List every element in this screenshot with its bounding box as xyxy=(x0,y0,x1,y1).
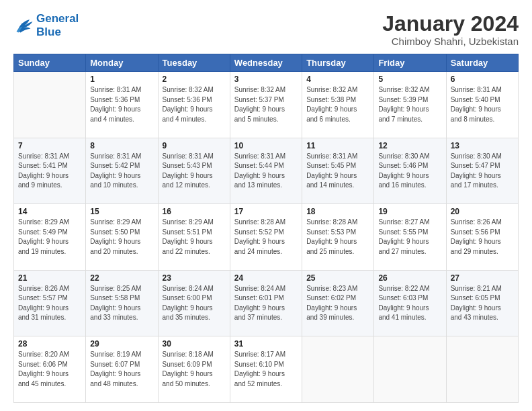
day-number: 13 xyxy=(451,141,514,150)
table-row: 21 Sunrise: 8:26 AMSunset: 5:57 PMDaylig… xyxy=(14,270,86,336)
day-number: 6 xyxy=(451,75,514,84)
day-number: 21 xyxy=(18,273,81,283)
day-number: 12 xyxy=(378,141,441,150)
day-info: Sunrise: 8:29 AMSunset: 5:49 PMDaylight:… xyxy=(18,218,81,257)
day-info: Sunrise: 8:26 AMSunset: 5:56 PMDaylight:… xyxy=(451,218,514,257)
day-number: 9 xyxy=(163,141,226,150)
day-number: 15 xyxy=(90,207,153,216)
table-row xyxy=(302,336,374,403)
day-info: Sunrise: 8:23 AMSunset: 6:02 PMDaylight:… xyxy=(306,284,369,323)
day-number: 22 xyxy=(90,273,153,283)
calendar-table: Sunday Monday Tuesday Wednesday Thursday… xyxy=(13,54,519,403)
table-row: 19 Sunrise: 8:27 AMSunset: 5:55 PMDaylig… xyxy=(374,204,446,271)
table-row xyxy=(14,72,86,138)
title-block: January 2024 Chimboy Shahri, Uzbekistan xyxy=(382,12,519,47)
day-number: 1 xyxy=(90,75,153,84)
table-row: 24 Sunrise: 8:24 AMSunset: 6:01 PMDaylig… xyxy=(230,270,302,336)
table-row: 23 Sunrise: 8:24 AMSunset: 6:00 PMDaylig… xyxy=(158,270,230,336)
col-tuesday: Tuesday xyxy=(158,54,230,72)
day-number: 23 xyxy=(163,273,226,283)
table-row: 30 Sunrise: 8:18 AMSunset: 6:09 PMDaylig… xyxy=(158,336,230,403)
day-number: 5 xyxy=(378,75,441,84)
table-row: 12 Sunrise: 8:30 AMSunset: 5:46 PMDaylig… xyxy=(374,138,446,204)
header: General Blue January 2024 Chimboy Shahri… xyxy=(13,12,519,47)
day-info: Sunrise: 8:31 AMSunset: 5:40 PMDaylight:… xyxy=(451,85,514,124)
logo-text: General Blue xyxy=(36,12,79,40)
col-saturday: Saturday xyxy=(446,54,518,72)
table-row xyxy=(374,336,446,403)
calendar-week-row: 28 Sunrise: 8:20 AMSunset: 6:06 PMDaylig… xyxy=(14,336,519,403)
table-row: 26 Sunrise: 8:22 AMSunset: 6:03 PMDaylig… xyxy=(374,270,446,336)
table-row: 18 Sunrise: 8:28 AMSunset: 5:53 PMDaylig… xyxy=(302,204,374,271)
table-row: 27 Sunrise: 8:21 AMSunset: 6:05 PMDaylig… xyxy=(446,270,518,336)
day-number: 29 xyxy=(90,339,153,349)
table-row: 29 Sunrise: 8:19 AMSunset: 6:07 PMDaylig… xyxy=(86,336,158,403)
day-number: 14 xyxy=(18,207,81,216)
day-info: Sunrise: 8:24 AMSunset: 6:00 PMDaylight:… xyxy=(163,284,226,323)
col-friday: Friday xyxy=(374,54,446,72)
table-row: 25 Sunrise: 8:23 AMSunset: 6:02 PMDaylig… xyxy=(302,270,374,336)
day-info: Sunrise: 8:29 AMSunset: 5:51 PMDaylight:… xyxy=(163,218,226,257)
day-info: Sunrise: 8:30 AMSunset: 5:46 PMDaylight:… xyxy=(378,152,441,191)
table-row: 4 Sunrise: 8:32 AMSunset: 5:38 PMDayligh… xyxy=(302,72,374,138)
table-row: 20 Sunrise: 8:26 AMSunset: 5:56 PMDaylig… xyxy=(446,204,518,271)
table-row: 31 Sunrise: 8:17 AMSunset: 6:10 PMDaylig… xyxy=(230,336,302,403)
day-info: Sunrise: 8:18 AMSunset: 6:09 PMDaylight:… xyxy=(163,350,226,389)
day-number: 26 xyxy=(378,273,441,283)
day-number: 10 xyxy=(234,141,298,150)
col-thursday: Thursday xyxy=(302,54,374,72)
day-number: 24 xyxy=(234,273,298,283)
table-row: 7 Sunrise: 8:31 AMSunset: 5:41 PMDayligh… xyxy=(14,138,86,204)
day-info: Sunrise: 8:28 AMSunset: 5:53 PMDaylight:… xyxy=(306,218,369,257)
day-info: Sunrise: 8:17 AMSunset: 6:10 PMDaylight:… xyxy=(234,350,298,389)
day-number: 7 xyxy=(18,141,81,150)
calendar-week-row: 14 Sunrise: 8:29 AMSunset: 5:49 PMDaylig… xyxy=(14,204,519,271)
day-info: Sunrise: 8:31 AMSunset: 5:36 PMDaylight:… xyxy=(90,85,153,124)
table-row: 22 Sunrise: 8:25 AMSunset: 5:58 PMDaylig… xyxy=(86,270,158,336)
day-number: 3 xyxy=(234,75,298,84)
table-row: 9 Sunrise: 8:31 AMSunset: 5:43 PMDayligh… xyxy=(158,138,230,204)
col-wednesday: Wednesday xyxy=(230,54,302,72)
page-container: General Blue January 2024 Chimboy Shahri… xyxy=(0,0,532,411)
day-info: Sunrise: 8:25 AMSunset: 5:58 PMDaylight:… xyxy=(90,284,153,323)
day-number: 4 xyxy=(306,75,369,84)
day-info: Sunrise: 8:32 AMSunset: 5:37 PMDaylight:… xyxy=(234,85,298,124)
table-row: 1 Sunrise: 8:31 AMSunset: 5:36 PMDayligh… xyxy=(86,72,158,138)
day-info: Sunrise: 8:32 AMSunset: 5:39 PMDaylight:… xyxy=(378,85,441,124)
day-number: 31 xyxy=(234,339,298,349)
logo-bird-icon xyxy=(13,16,34,35)
calendar-subtitle: Chimboy Shahri, Uzbekistan xyxy=(382,36,519,47)
day-number: 17 xyxy=(234,207,298,216)
day-info: Sunrise: 8:31 AMSunset: 5:41 PMDaylight:… xyxy=(18,152,81,191)
day-info: Sunrise: 8:31 AMSunset: 5:45 PMDaylight:… xyxy=(306,152,369,191)
day-info: Sunrise: 8:19 AMSunset: 6:07 PMDaylight:… xyxy=(90,350,153,389)
calendar-week-row: 1 Sunrise: 8:31 AMSunset: 5:36 PMDayligh… xyxy=(14,72,519,138)
day-info: Sunrise: 8:22 AMSunset: 6:03 PMDaylight:… xyxy=(378,284,441,323)
day-number: 2 xyxy=(163,75,226,84)
day-info: Sunrise: 8:32 AMSunset: 5:36 PMDaylight:… xyxy=(163,85,226,124)
day-info: Sunrise: 8:28 AMSunset: 5:52 PMDaylight:… xyxy=(234,218,298,257)
day-info: Sunrise: 8:31 AMSunset: 5:44 PMDaylight:… xyxy=(234,152,298,191)
day-info: Sunrise: 8:24 AMSunset: 6:01 PMDaylight:… xyxy=(234,284,298,323)
calendar-week-row: 7 Sunrise: 8:31 AMSunset: 5:41 PMDayligh… xyxy=(14,138,519,204)
calendar-week-row: 21 Sunrise: 8:26 AMSunset: 5:57 PMDaylig… xyxy=(14,270,519,336)
logo: General Blue xyxy=(13,12,79,40)
day-info: Sunrise: 8:27 AMSunset: 5:55 PMDaylight:… xyxy=(378,218,441,257)
day-number: 19 xyxy=(378,207,441,216)
table-row: 13 Sunrise: 8:30 AMSunset: 5:47 PMDaylig… xyxy=(446,138,518,204)
day-number: 20 xyxy=(451,207,514,216)
table-row: 2 Sunrise: 8:32 AMSunset: 5:36 PMDayligh… xyxy=(158,72,230,138)
table-row: 3 Sunrise: 8:32 AMSunset: 5:37 PMDayligh… xyxy=(230,72,302,138)
table-row: 6 Sunrise: 8:31 AMSunset: 5:40 PMDayligh… xyxy=(446,72,518,138)
day-number: 8 xyxy=(90,141,153,150)
day-info: Sunrise: 8:20 AMSunset: 6:06 PMDaylight:… xyxy=(18,350,81,389)
col-sunday: Sunday xyxy=(14,54,86,72)
table-row: 10 Sunrise: 8:31 AMSunset: 5:44 PMDaylig… xyxy=(230,138,302,204)
day-info: Sunrise: 8:31 AMSunset: 5:42 PMDaylight:… xyxy=(90,152,153,191)
day-number: 28 xyxy=(18,339,81,349)
table-row: 8 Sunrise: 8:31 AMSunset: 5:42 PMDayligh… xyxy=(86,138,158,204)
table-row: 15 Sunrise: 8:29 AMSunset: 5:50 PMDaylig… xyxy=(86,204,158,271)
col-monday: Monday xyxy=(86,54,158,72)
day-info: Sunrise: 8:21 AMSunset: 6:05 PMDaylight:… xyxy=(451,284,514,323)
table-row: 14 Sunrise: 8:29 AMSunset: 5:49 PMDaylig… xyxy=(14,204,86,271)
